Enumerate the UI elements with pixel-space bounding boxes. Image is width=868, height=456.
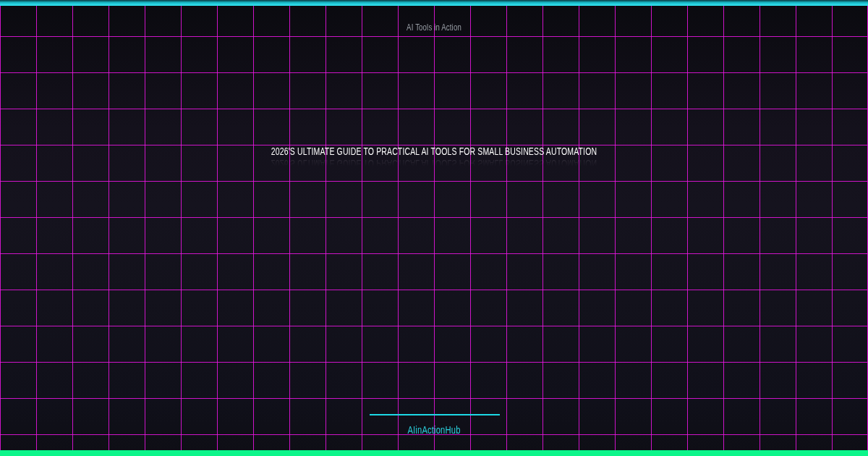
social-card: AI Tools in Action 2026'S ULTIMATE GUIDE… [0,0,868,456]
footer-brand: AIinActionHub [87,424,781,436]
main-title: 2026'S ULTIMATE GUIDE TO PRACTICAL AI TO… [130,145,738,157]
footer-divider-line [370,414,500,415]
bottom-accent-bar [0,450,868,456]
main-title-reflection: 2026'S ULTIMATE GUIDE TO PRACTICAL AI TO… [130,158,738,169]
top-accent-bar [0,0,868,6]
title-block: 2026'S ULTIMATE GUIDE TO PRACTICAL AI TO… [0,145,868,169]
grid-background [0,0,868,456]
brand-tagline: AI Tools in Action [87,22,781,33]
